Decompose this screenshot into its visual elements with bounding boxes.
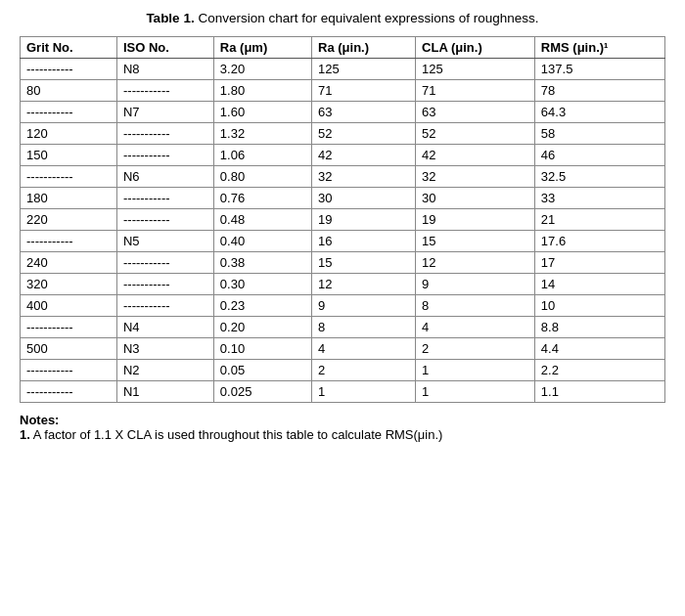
table-row: 400-----------0.239810 [21,294,665,316]
col-header-ra-uin: Ra (μin.) [312,36,416,58]
table-cell-rms: 1.1 [534,380,664,402]
table-cell-rms: 64.3 [534,101,664,122]
table-cell-ra_uin: 1 [312,380,416,402]
table-cell-cla: 42 [416,144,535,165]
table-cell-iso: ----------- [116,273,213,294]
table-cell-iso: ----------- [116,187,213,208]
table-row: -----------N71.60636364.3 [21,101,665,122]
table-cell-cla: 1 [416,359,535,380]
table-cell-rms: 17.6 [534,230,664,251]
table-cell-iso: N4 [116,316,213,337]
table-row: 240-----------0.38151217 [21,251,665,273]
table-cell-ra_uin: 30 [312,187,416,208]
col-header-ra-um: Ra (μm) [213,36,311,58]
table-header-row: Grit No. ISO No. Ra (μm) Ra (μin.) CLA (… [21,36,665,58]
notes-item-1: 1. A factor of 1.1 X CLA is used through… [20,427,665,442]
table-cell-ra_um: 1.60 [213,101,311,122]
table-cell-grit: ----------- [21,230,117,251]
table-row: 120-----------1.32525258 [21,122,665,144]
table-cell-grit: 320 [21,273,117,294]
table-cell-ra_um: 1.06 [213,144,311,165]
table-cell-ra_uin: 8 [312,316,416,337]
table-cell-rms: 4.4 [534,337,664,359]
table-cell-cla: 1 [416,380,535,402]
table-cell-grit: 180 [21,187,117,208]
table-cell-rms: 46 [534,144,664,165]
table-title-container: Table 1. Conversion chart for equivalent… [20,10,665,28]
table-cell-ra_uin: 71 [312,79,416,101]
table-cell-ra_uin: 42 [312,144,416,165]
table-cell-grit: 400 [21,294,117,316]
table-cell-rms: 17 [534,251,664,273]
table-row: -----------N40.20848.8 [21,316,665,337]
table-cell-grit: ----------- [21,359,117,380]
table-cell-cla: 71 [416,79,535,101]
table-cell-grit: 240 [21,251,117,273]
table-cell-rms: 2.2 [534,359,664,380]
table-row: -----------N83.20125125137.5 [21,58,665,79]
table-cell-iso: N3 [116,337,213,359]
table-row: 220-----------0.48191921 [21,208,665,230]
table-cell-iso: N7 [116,101,213,122]
col-header-rms: RMS (μin.)¹ [534,36,664,58]
table-cell-ra_um: 1.80 [213,79,311,101]
table-row: 180-----------0.76303033 [21,187,665,208]
table-cell-ra_uin: 125 [312,58,416,79]
table-cell-rms: 33 [534,187,664,208]
table-cell-ra_um: 0.20 [213,316,311,337]
table-row: 320-----------0.3012914 [21,273,665,294]
table-cell-iso: ----------- [116,251,213,273]
table-cell-cla: 30 [416,187,535,208]
table-cell-ra_uin: 32 [312,165,416,187]
col-header-grit: Grit No. [21,36,117,58]
table-cell-ra_um: 0.23 [213,294,311,316]
table-row: 80-----------1.80717178 [21,79,665,101]
table-cell-iso: N6 [116,165,213,187]
table-cell-cla: 12 [416,251,535,273]
table-cell-cla: 4 [416,316,535,337]
table-row: 150-----------1.06424246 [21,144,665,165]
table-cell-cla: 2 [416,337,535,359]
table-cell-grit: 150 [21,144,117,165]
notes-item-number: 1. [20,427,30,442]
table-cell-ra_uin: 19 [312,208,416,230]
notes-label: Notes: [20,413,665,427]
table-cell-grit: 500 [21,337,117,359]
table-row: 500N30.10424.4 [21,337,665,359]
table-cell-ra_um: 0.48 [213,208,311,230]
table-cell-ra_um: 1.32 [213,122,311,144]
table-cell-cla: 52 [416,122,535,144]
table-cell-ra_um: 0.80 [213,165,311,187]
table-cell-iso: ----------- [116,122,213,144]
table-cell-ra_uin: 9 [312,294,416,316]
table-cell-rms: 32.5 [534,165,664,187]
table-cell-grit: ----------- [21,380,117,402]
table-cell-grit: ----------- [21,165,117,187]
table-row: -----------N20.05212.2 [21,359,665,380]
table-cell-iso: N8 [116,58,213,79]
table-cell-ra_um: 0.05 [213,359,311,380]
table-cell-iso: ----------- [116,79,213,101]
table-cell-rms: 14 [534,273,664,294]
table-cell-cla: 9 [416,273,535,294]
table-cell-iso: N1 [116,380,213,402]
table-cell-ra_uin: 12 [312,273,416,294]
table-title: Table 1. Conversion chart for equivalent… [146,11,538,25]
table-cell-iso: N5 [116,230,213,251]
table-cell-grit: 120 [21,122,117,144]
table-cell-ra_uin: 4 [312,337,416,359]
table-cell-ra_um: 0.76 [213,187,311,208]
table-cell-iso: N2 [116,359,213,380]
table-cell-ra_um: 0.10 [213,337,311,359]
notes-item-text: A factor of 1.1 X CLA is used throughout… [30,427,443,442]
table-cell-cla: 32 [416,165,535,187]
table-cell-ra_uin: 2 [312,359,416,380]
roughness-table: Grit No. ISO No. Ra (μm) Ra (μin.) CLA (… [20,36,665,403]
table-cell-cla: 125 [416,58,535,79]
col-header-cla: CLA (μin.) [416,36,535,58]
table-cell-ra_um: 0.025 [213,380,311,402]
table-cell-cla: 19 [416,208,535,230]
table-cell-ra_um: 0.40 [213,230,311,251]
table-cell-grit: ----------- [21,316,117,337]
table-cell-rms: 21 [534,208,664,230]
